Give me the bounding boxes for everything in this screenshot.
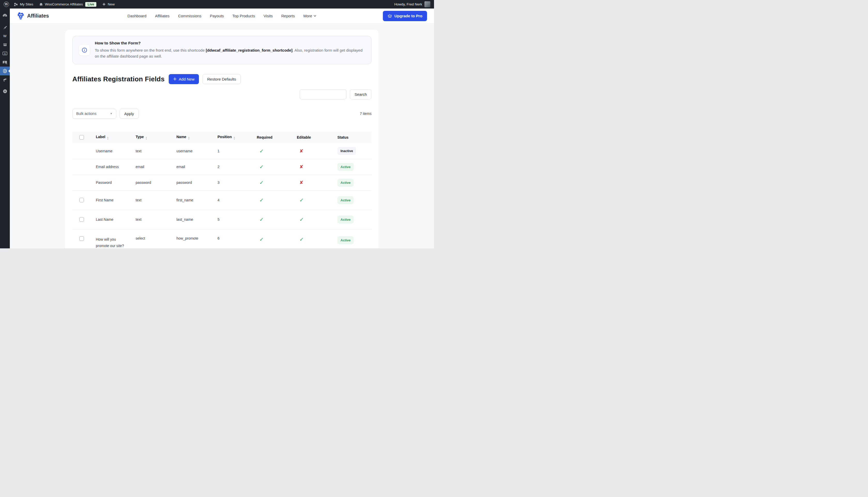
nav-visits[interactable]: Visits bbox=[264, 14, 273, 18]
select-all-checkbox[interactable] bbox=[79, 135, 84, 140]
nav-dashboard[interactable]: Dashboard bbox=[128, 14, 146, 18]
editable-cross-icon bbox=[299, 164, 303, 170]
search-row: Search bbox=[72, 89, 372, 99]
required-check-icon bbox=[260, 216, 264, 223]
my-sites-link[interactable]: My Sites bbox=[14, 2, 33, 6]
row-checkbox[interactable] bbox=[79, 236, 84, 241]
table-row: Username text username 1 Inactive bbox=[72, 143, 372, 159]
cell-type: email bbox=[136, 159, 177, 175]
shortcode-notice: How to Show the Form? To show this form … bbox=[72, 36, 372, 64]
status-badge: Active bbox=[337, 196, 354, 204]
cell-label: How will you promote our site? bbox=[96, 229, 136, 248]
affiliates-logo-icon bbox=[17, 12, 25, 20]
table-row: First Name text first_name 4 Active bbox=[72, 190, 372, 210]
info-icon bbox=[81, 47, 87, 53]
info-icon-box bbox=[79, 44, 90, 56]
wordpress-logo-icon: W bbox=[4, 2, 9, 7]
cell-type: text bbox=[136, 143, 177, 159]
new-content-link[interactable]: New bbox=[102, 2, 115, 6]
account-menu[interactable]: Howdy, Fred Nerk bbox=[394, 1, 430, 7]
sort-icon: ▲▼ bbox=[233, 137, 235, 140]
avatar bbox=[424, 1, 430, 7]
search-button[interactable]: Search bbox=[350, 89, 372, 99]
add-new-button[interactable]: Add New bbox=[169, 74, 199, 84]
sidebar-item-marketing[interactable] bbox=[0, 75, 10, 84]
editable-cross-icon bbox=[299, 148, 303, 154]
column-status: Status bbox=[337, 132, 372, 143]
site-link[interactable]: WooCommerce Affiliates Live bbox=[39, 2, 96, 7]
fields-table: Label▲▼ Type▲▼ Name▲▼ Position▲▼ Require… bbox=[72, 132, 372, 248]
sidebar-item-pinned[interactable] bbox=[0, 23, 10, 31]
brand-name: Affiliates bbox=[27, 13, 49, 19]
restore-defaults-button[interactable]: Restore Defaults bbox=[202, 74, 241, 84]
brand[interactable]: Affiliates bbox=[17, 12, 49, 20]
upgrade-label: Upgrade to Pro bbox=[394, 14, 422, 18]
column-type-text: Type bbox=[136, 135, 144, 139]
cell-label: Last Name bbox=[96, 210, 136, 229]
sidebar-item-affiliate-profile[interactable] bbox=[0, 58, 10, 67]
row-checkbox[interactable] bbox=[79, 198, 84, 202]
column-editable-text: Editable bbox=[297, 135, 311, 139]
site-name: WooCommerce Affiliates bbox=[45, 2, 83, 6]
column-position[interactable]: Position▲▼ bbox=[218, 132, 257, 143]
nav-more-label: More bbox=[303, 14, 312, 18]
affiliate-card-icon bbox=[2, 60, 8, 65]
affiliates-plugin-icon bbox=[2, 68, 8, 74]
cell-type: select bbox=[136, 229, 177, 248]
plugin-header: Affiliates Dashboard Affiliates Commissi… bbox=[10, 9, 434, 24]
screen: W My Sites WooCommerce Affiliates Live N… bbox=[0, 0, 434, 248]
upgrade-to-pro-button[interactable]: Upgrade to Pro bbox=[383, 11, 427, 21]
cell-type: text bbox=[136, 190, 177, 210]
bulk-actions-select[interactable]: Bulk actions ▼ bbox=[72, 109, 116, 119]
required-check-icon bbox=[260, 180, 264, 186]
editable-check-icon bbox=[299, 197, 304, 203]
required-check-icon bbox=[260, 236, 264, 242]
nav-payouts[interactable]: Payouts bbox=[210, 14, 224, 18]
cell-position: 4 bbox=[218, 190, 257, 210]
admin-bar: W My Sites WooCommerce Affiliates Live N… bbox=[0, 0, 434, 9]
page-title: Affiliates Registration Fields bbox=[72, 75, 165, 83]
money-icon: $ bbox=[2, 52, 8, 56]
select-all-header bbox=[72, 132, 96, 143]
sidebar-item-payments[interactable]: $ bbox=[0, 49, 10, 58]
column-required-text: Required bbox=[257, 135, 272, 139]
nav-commissions[interactable]: Commissions bbox=[178, 14, 201, 18]
nav-top-products[interactable]: Top Products bbox=[233, 14, 255, 18]
apply-button[interactable]: Apply bbox=[120, 109, 139, 119]
wordpress-menu[interactable]: W bbox=[4, 2, 9, 7]
status-badge: Active bbox=[337, 216, 354, 224]
cell-name: password bbox=[177, 175, 218, 190]
row-checkbox[interactable] bbox=[79, 217, 84, 222]
sidebar-item-affiliates-plugin-active[interactable] bbox=[0, 67, 10, 75]
environment-badge: Live bbox=[85, 2, 96, 7]
sidebar-item-archive[interactable] bbox=[0, 40, 10, 49]
sidebar-item-video[interactable] bbox=[0, 87, 10, 96]
column-label[interactable]: Label▲▼ bbox=[96, 132, 136, 143]
content-card: How to Show the Form? To show this form … bbox=[65, 30, 379, 248]
required-check-icon bbox=[260, 197, 264, 203]
table-row: Last Name text last_name 5 Active bbox=[72, 210, 372, 229]
table-row: How will you promote our site? select ho… bbox=[72, 229, 372, 248]
bulk-actions-row: Bulk actions ▼ Apply 7 items bbox=[72, 109, 372, 119]
active-item-notch bbox=[8, 69, 10, 73]
cell-position: 5 bbox=[218, 210, 257, 229]
sidebar-item-w[interactable]: w bbox=[0, 31, 10, 40]
column-type[interactable]: Type▲▼ bbox=[136, 132, 177, 143]
megaphone-icon bbox=[2, 77, 8, 82]
sort-icon: ▲▼ bbox=[145, 137, 147, 140]
column-required: Required bbox=[257, 132, 297, 143]
search-input[interactable] bbox=[300, 89, 347, 99]
cell-name: how_promote bbox=[177, 229, 218, 248]
nav-reports[interactable]: Reports bbox=[281, 14, 295, 18]
editable-cross-icon bbox=[299, 180, 303, 185]
required-check-icon bbox=[260, 164, 264, 170]
nav-more[interactable]: More bbox=[303, 14, 316, 18]
home-icon bbox=[39, 2, 43, 6]
sidebar-item-dashboard[interactable] bbox=[0, 11, 10, 20]
table-row: Email address email email 2 Active bbox=[72, 159, 372, 175]
column-name[interactable]: Name▲▼ bbox=[177, 132, 218, 143]
column-label-text: Label bbox=[96, 135, 106, 139]
new-label: New bbox=[108, 2, 115, 6]
crown-icon bbox=[388, 14, 392, 18]
nav-affiliates[interactable]: Affiliates bbox=[155, 14, 169, 18]
